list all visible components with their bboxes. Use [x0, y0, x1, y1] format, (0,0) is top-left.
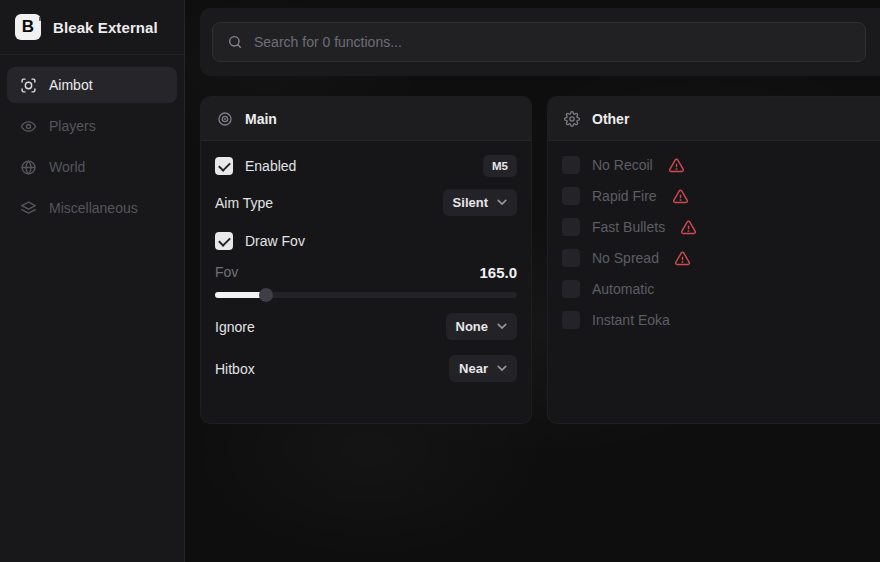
instant-eoka-checkbox[interactable] [562, 311, 580, 329]
no-recoil-label: No Recoil [592, 157, 653, 173]
aim-type-dropdown[interactable]: Silent [443, 189, 517, 216]
automatic-row: Automatic [562, 278, 866, 300]
target-icon [217, 111, 233, 127]
ignore-value: None [456, 319, 489, 334]
sidebar-item-aimbot[interactable]: Aimbot [7, 67, 177, 103]
chevron-down-icon [497, 365, 507, 372]
ignore-label: Ignore [215, 319, 255, 335]
fov-slider[interactable] [215, 288, 517, 302]
instant-eoka-row: Instant Eoka [562, 309, 866, 331]
sidebar-item-miscellaneous[interactable]: Miscellaneous [7, 190, 177, 226]
no-spread-label: No Spread [592, 250, 659, 266]
sidebar-nav: Aimbot Players World [0, 55, 184, 226]
gear-icon [564, 111, 580, 127]
fast-bullets-label: Fast Bullets [592, 219, 665, 235]
panel-other-header: Other [548, 97, 880, 141]
draw-fov-row: Draw Fov [215, 229, 517, 253]
top-bar [200, 8, 880, 76]
aim-type-value: Silent [453, 195, 488, 210]
fast-bullets-row: Fast Bullets [562, 216, 866, 238]
no-spread-checkbox[interactable] [562, 249, 580, 267]
globe-icon [20, 159, 37, 176]
panel-title: Main [245, 111, 277, 127]
aim-type-row: Aim Type Silent [215, 189, 517, 216]
crosshair-icon [20, 77, 37, 94]
sidebar-item-players[interactable]: Players [7, 108, 177, 144]
enabled-label: Enabled [245, 158, 296, 174]
panel-other-body: No Recoil Rapid Fire Fast Bullets [548, 141, 880, 353]
chevron-down-icon [497, 323, 507, 330]
warning-icon [672, 188, 689, 205]
panel-title: Other [592, 111, 629, 127]
app-title: Bleak External [53, 19, 158, 36]
sidebar-item-world[interactable]: World [7, 149, 177, 185]
ignore-row: Ignore None [215, 313, 517, 340]
search-box[interactable] [212, 22, 866, 62]
fov-slider-thumb[interactable] [259, 288, 273, 302]
rapid-fire-row: Rapid Fire [562, 185, 866, 207]
panel-main-body: Enabled M5 Aim Type Silent Draw Fov Fov [201, 141, 531, 395]
automatic-label: Automatic [592, 281, 654, 297]
panel-other: Other No Recoil Rapid Fire [547, 96, 880, 424]
eye-icon [20, 118, 37, 135]
layers-icon [20, 200, 37, 217]
sidebar-item-label: Players [49, 118, 96, 134]
rapid-fire-checkbox[interactable] [562, 187, 580, 205]
chevron-down-icon [497, 199, 507, 206]
draw-fov-checkbox[interactable] [215, 232, 233, 250]
aim-type-label: Aim Type [215, 195, 273, 211]
sidebar-item-label: Aimbot [49, 77, 93, 93]
enabled-row: Enabled M5 [215, 154, 517, 178]
rapid-fire-label: Rapid Fire [592, 188, 657, 204]
no-recoil-checkbox[interactable] [562, 156, 580, 174]
hitbox-value: Near [459, 361, 488, 376]
enabled-keybind-button[interactable]: M5 [483, 155, 517, 177]
warning-icon [668, 157, 685, 174]
fast-bullets-checkbox[interactable] [562, 218, 580, 236]
sidebar: B Bleak External Aimbot Players [0, 0, 185, 562]
no-recoil-row: No Recoil [562, 154, 866, 176]
brand: B Bleak External [0, 0, 184, 55]
search-input[interactable] [254, 34, 851, 50]
warning-icon [674, 250, 691, 267]
no-spread-row: No Spread [562, 247, 866, 269]
panel-main-header: Main [201, 97, 531, 141]
sidebar-item-label: World [49, 159, 85, 175]
enabled-checkbox[interactable] [215, 157, 233, 175]
hitbox-label: Hitbox [215, 361, 255, 377]
fov-label: Fov [215, 264, 238, 280]
hitbox-row: Hitbox Near [215, 355, 517, 382]
warning-icon [680, 219, 697, 236]
panel-main: Main Enabled M5 Aim Type Silent Draw [200, 96, 532, 424]
hitbox-dropdown[interactable]: Near [449, 355, 517, 382]
draw-fov-label: Draw Fov [245, 233, 305, 249]
fov-row: Fov 165.0 [215, 261, 517, 283]
app-logo-icon: B [15, 14, 41, 40]
instant-eoka-label: Instant Eoka [592, 312, 670, 328]
automatic-checkbox[interactable] [562, 280, 580, 298]
ignore-dropdown[interactable]: None [446, 313, 518, 340]
search-icon [227, 34, 243, 50]
fov-value: 165.0 [479, 264, 517, 281]
sidebar-item-label: Miscellaneous [49, 200, 138, 216]
